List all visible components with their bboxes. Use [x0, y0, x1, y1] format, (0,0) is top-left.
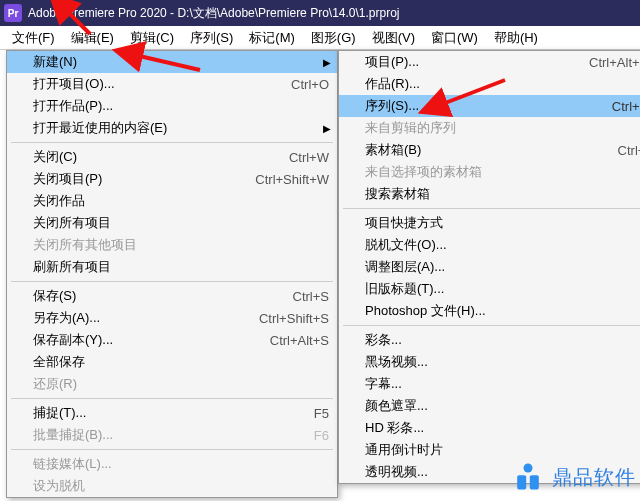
svg-rect-8 [530, 475, 539, 489]
menu-entry-label: 另存为(A)... [33, 309, 247, 327]
menu-entry-label: 通用倒计时片 [365, 441, 640, 459]
menu-entry[interactable]: 项目快捷方式 [339, 212, 640, 234]
watermark-text: 鼎品软件 [552, 464, 636, 491]
menu-item[interactable]: 窗口(W) [423, 27, 486, 49]
menu-entry[interactable]: 通用倒计时片 [339, 439, 640, 461]
submenu-arrow-icon: ▶ [323, 57, 331, 68]
menu-entry[interactable]: 颜色遮罩... [339, 395, 640, 417]
menu-entry-label: 项目快捷方式 [365, 214, 640, 232]
menu-entry[interactable]: 调整图层(A)... [339, 256, 640, 278]
menu-entry[interactable]: 关闭所有项目 [7, 212, 337, 234]
menu-item[interactable]: 序列(S) [182, 27, 241, 49]
menu-entry[interactable]: 关闭(C)Ctrl+W [7, 146, 337, 168]
menu-separator [343, 325, 640, 326]
menu-entry[interactable]: 打开最近使用的内容(E)▶ [7, 117, 337, 139]
menu-item[interactable]: 文件(F) [4, 27, 63, 49]
menu-entry[interactable]: 素材箱(B)Ctrl+/ [339, 139, 640, 161]
menu-entry[interactable]: 刷新所有项目 [7, 256, 337, 278]
file-menu-dropdown: 新建(N)▶打开项目(O)...Ctrl+O打开作品(P)...打开最近使用的内… [6, 50, 338, 498]
menu-entry[interactable]: 打开项目(O)...Ctrl+O [7, 73, 337, 95]
menu-entry-label: HD 彩条... [365, 419, 640, 437]
menu-item[interactable]: 剪辑(C) [122, 27, 182, 49]
menu-entry[interactable]: 旧版标题(T)... [339, 278, 640, 300]
menu-entry-label: 作品(R)... [365, 75, 640, 93]
menu-entry-label: 素材箱(B) [365, 141, 606, 159]
menu-entry[interactable]: 另存为(A)...Ctrl+Shift+S [7, 307, 337, 329]
menu-entry-shortcut: Ctrl+Shift+W [255, 172, 329, 187]
menu-entry-shortcut: F6 [314, 428, 329, 443]
menu-entry-shortcut: Ctrl+N [612, 99, 640, 114]
menu-entry[interactable]: 保存副本(Y)...Ctrl+Alt+S [7, 329, 337, 351]
menu-entry[interactable]: 全部保存 [7, 351, 337, 373]
menu-entry[interactable]: 字幕... [339, 373, 640, 395]
menu-item[interactable]: 视图(V) [364, 27, 423, 49]
menu-entry-shortcut: Ctrl+W [289, 150, 329, 165]
menu-entry: 来自选择项的素材箱 [339, 161, 640, 183]
menu-separator [343, 208, 640, 209]
menu-entry[interactable]: 新建(N)▶ [7, 51, 337, 73]
menu-entry-label: 序列(S)... [365, 97, 600, 115]
menu-item[interactable]: 帮助(H) [486, 27, 546, 49]
menu-entry-label: 设为脱机 [33, 477, 329, 495]
menu-entry[interactable]: Photoshop 文件(H)... [339, 300, 640, 322]
menu-entry-shortcut: Ctrl+Alt+N [589, 55, 640, 70]
menu-entry: 来自剪辑的序列 [339, 117, 640, 139]
menu-entry-label: 调整图层(A)... [365, 258, 640, 276]
menu-entry-label: 打开最近使用的内容(E) [33, 119, 329, 137]
menu-separator [11, 281, 333, 282]
menu-entry-label: 关闭所有其他项目 [33, 236, 329, 254]
menu-entry[interactable]: 黑场视频... [339, 351, 640, 373]
menu-entry-label: 字幕... [365, 375, 640, 393]
svg-point-6 [524, 464, 533, 473]
menu-entry[interactable]: 彩条... [339, 329, 640, 351]
menu-entry[interactable]: 序列(S)...Ctrl+N [339, 95, 640, 117]
menu-entry[interactable]: 作品(R)... [339, 73, 640, 95]
menu-entry[interactable]: 脱机文件(O)... [339, 234, 640, 256]
submenu-arrow-icon: ▶ [323, 123, 331, 134]
menu-entry-label: 关闭项目(P) [33, 170, 243, 188]
menu-entry-label: 来自剪辑的序列 [365, 119, 640, 137]
menubar: 文件(F)编辑(E)剪辑(C)序列(S)标记(M)图形(G)视图(V)窗口(W)… [0, 26, 640, 50]
menu-entry[interactable]: 项目(P)...Ctrl+Alt+N [339, 51, 640, 73]
menu-item[interactable]: 标记(M) [241, 27, 303, 49]
menu-entry-label: 保存副本(Y)... [33, 331, 258, 349]
menu-item[interactable]: 图形(G) [303, 27, 364, 49]
menu-entry[interactable]: 打开作品(P)... [7, 95, 337, 117]
new-submenu-dropdown: 项目(P)...Ctrl+Alt+N作品(R)...序列(S)...Ctrl+N… [338, 50, 640, 484]
menu-entry-label: 还原(R) [33, 375, 329, 393]
menu-separator [11, 142, 333, 143]
menu-entry-shortcut: Ctrl+S [293, 289, 329, 304]
menu-entry-label: 刷新所有项目 [33, 258, 329, 276]
menu-entry-label: 捕捉(T)... [33, 404, 302, 422]
menu-entry-label: 打开项目(O)... [33, 75, 279, 93]
menu-entry-label: 脱机文件(O)... [365, 236, 640, 254]
menu-entry[interactable]: 保存(S)Ctrl+S [7, 285, 337, 307]
menu-entry-shortcut: F5 [314, 406, 329, 421]
menu-entry-label: 批量捕捉(B)... [33, 426, 302, 444]
menu-entry[interactable]: HD 彩条... [339, 417, 640, 439]
menu-entry-label: 颜色遮罩... [365, 397, 640, 415]
menu-entry-label: 旧版标题(T)... [365, 280, 640, 298]
menu-entry: 关闭所有其他项目 [7, 234, 337, 256]
menu-entry[interactable]: 关闭项目(P)Ctrl+Shift+W [7, 168, 337, 190]
menu-entry: 还原(R) [7, 373, 337, 395]
menu-entry[interactable]: 捕捉(T)...F5 [7, 402, 337, 424]
menu-entry-label: 项目(P)... [365, 53, 577, 71]
window-title: Adobe Premiere Pro 2020 - D:\文档\Adobe\Pr… [28, 5, 400, 22]
menu-entry[interactable]: 关闭作品 [7, 190, 337, 212]
menu-entry-label: 全部保存 [33, 353, 329, 371]
menu-separator [11, 449, 333, 450]
menu-item[interactable]: 编辑(E) [63, 27, 122, 49]
watermark: 鼎品软件 [510, 459, 636, 495]
menu-separator [11, 398, 333, 399]
menu-entry-label: 彩条... [365, 331, 640, 349]
menu-entry-label: 来自选择项的素材箱 [365, 163, 640, 181]
menu-entry-label: 关闭(C) [33, 148, 277, 166]
menu-entry-shortcut: Ctrl+/ [618, 143, 640, 158]
menu-entry-label: 搜索素材箱 [365, 185, 640, 203]
app-icon: Pr [4, 4, 22, 22]
menu-entry-shortcut: Ctrl+Shift+S [259, 311, 329, 326]
menu-entry: 链接媒体(L)... [7, 453, 337, 475]
menu-entry[interactable]: 搜索素材箱 [339, 183, 640, 205]
watermark-logo-icon [510, 459, 546, 495]
